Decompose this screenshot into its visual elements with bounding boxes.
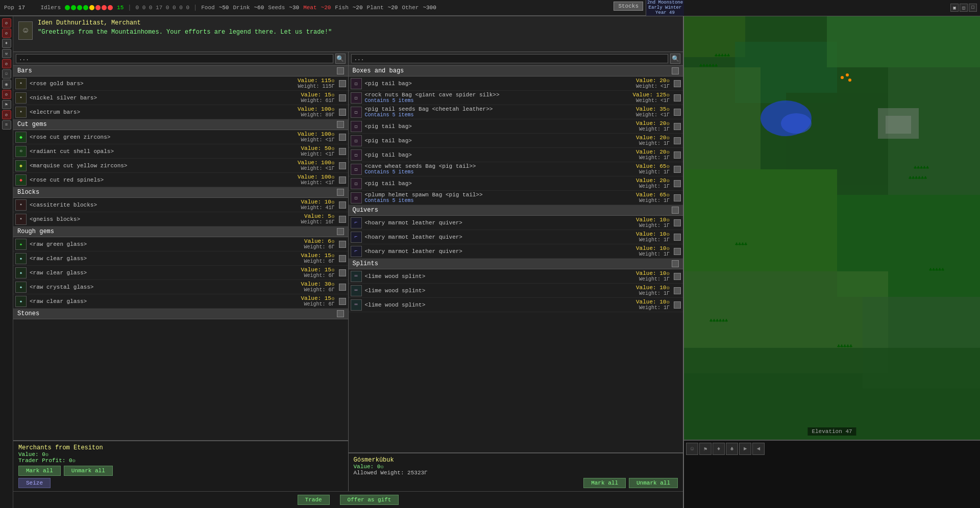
category-bars-checkbox[interactable]: [337, 67, 344, 74]
left-search-icon[interactable]: 🔍: [335, 54, 346, 64]
item-checkbox-5[interactable]: [339, 148, 346, 155]
svg-text:♣♣♣♣♣♣: ♣♣♣♣♣♣: [699, 63, 718, 68]
item-rcheckbox-s1[interactable]: [674, 273, 681, 280]
item-raw-clear-glass-3[interactable]: ✦ <raw clear glass> Value: 15☼ Weight: 6…: [13, 294, 348, 309]
item-rcheckbox-1[interactable]: [674, 80, 681, 87]
item-raw-clear-glass-1[interactable]: ✦ <raw clear glass> Value: 15☼ Weight: 6…: [13, 251, 348, 266]
map-viewport[interactable]: ♣♣♣♣♣ ♣♣♣♣♣♣ ♣♣♣♣♣ ♣♣♣♣♣♣ ♣♣♣♣ ♣♣♣♣♣ ♣♣♣…: [684, 16, 980, 440]
item-rcheckbox-s3[interactable]: [674, 301, 681, 309]
category-rough-gems-checkbox[interactable]: [337, 228, 344, 235]
item-raw-green-glass[interactable]: ✦ <raw green glass> Value: 6☼ Weight: 6Γ: [13, 237, 348, 251]
category-stones-checkbox[interactable]: [337, 310, 344, 317]
item-checkbox-4[interactable]: [339, 134, 346, 141]
map-bottom-icon-2[interactable]: ⚑: [699, 443, 712, 455]
item-yellow-zircons[interactable]: ◈ <marquise cut yellow zircons> Value: 1…: [13, 159, 348, 173]
side-icon-6[interactable]: ☺: [2, 69, 11, 79]
item-raw-crystal-glass[interactable]: ✦ <raw crystal glass> Value: 30☼ Weight:…: [13, 280, 348, 294]
side-icon-10[interactable]: ⊘: [2, 110, 11, 119]
item-pig-tail-bag-5[interactable]: ◻ <pig tail bag> Value: 20☼ Weight: 1Γ: [349, 176, 683, 191]
left-mark-all-button[interactable]: Mark all: [18, 466, 61, 476]
right-mark-all-button[interactable]: Mark all: [583, 478, 626, 488]
item-checkbox-13[interactable]: [339, 284, 346, 291]
map-bottom-icon-3[interactable]: ♦: [713, 443, 725, 455]
left-search-input[interactable]: [16, 54, 333, 63]
item-checkbox-9[interactable]: [339, 216, 346, 223]
side-icon-4[interactable]: ⚒: [2, 49, 11, 58]
item-checkbox-8[interactable]: [339, 201, 346, 209]
item-checkbox-1[interactable]: [339, 80, 346, 87]
left-unmark-all-button[interactable]: Unmark all: [64, 466, 113, 476]
item-checkbox-14[interactable]: [339, 298, 346, 305]
map-bottom-icon-5[interactable]: ►: [739, 443, 751, 455]
item-pig-tail-seeds-bag[interactable]: ◻ <pig tail seeds Bag <cheetah leather>>…: [349, 105, 683, 119]
item-green-zircons[interactable]: ◆ <rose cut green zircons> Value: 100☼ W…: [13, 130, 348, 144]
side-icon-1[interactable]: ⊘: [2, 18, 11, 28]
item-rcheckbox-6[interactable]: [674, 151, 681, 159]
item-red-spinels[interactable]: ◆ <rose cut red spinels> Value: 100☼ Wei…: [13, 173, 348, 187]
item-checkbox-2[interactable]: [339, 94, 346, 101]
side-icon-11[interactable]: ≡: [2, 120, 11, 130]
item-pig-tail-bag-2[interactable]: ◻ <pig tail bag> Value: 20☼ Weight: 1Γ: [349, 119, 683, 134]
item-checkbox-10[interactable]: [339, 241, 346, 248]
item-raw-clear-glass-2[interactable]: ✦ <raw clear glass> Value: 15☼ Weight: 6…: [13, 266, 348, 280]
item-pig-tail-bag-4[interactable]: ◻ <pig tail bag> Value: 20☼ Weight: 1Γ: [349, 148, 683, 162]
item-checkbox-3[interactable]: [339, 109, 346, 116]
map-bottom-icon-6[interactable]: ◄: [752, 443, 765, 455]
item-quiver-3[interactable]: ⌐ <hoary marmot leather quiver> Value: 1…: [349, 244, 683, 259]
item-rcheckbox-s2[interactable]: [674, 287, 681, 294]
item-shell-opals[interactable]: ○ <radiant cut shell opals> Value: 50☼ W…: [13, 144, 348, 159]
item-rock-nuts-bag[interactable]: ◻ <rock nuts Bag <giant cave spider silk…: [349, 91, 683, 105]
side-icon-9[interactable]: ⚑: [2, 100, 11, 109]
item-rcheckbox-q1[interactable]: [674, 219, 681, 226]
item-quiver-1[interactable]: ⌐ <hoary marmot leather quiver> Value: 1…: [349, 216, 683, 230]
category-splints-checkbox[interactable]: [672, 260, 679, 267]
offer-gift-button[interactable]: Offer as gift: [340, 495, 399, 505]
category-quivers-checkbox[interactable]: [672, 207, 679, 214]
item-rcheckbox-9[interactable]: [674, 194, 681, 201]
item-rcheckbox-q3[interactable]: [674, 248, 681, 255]
map-bottom-icon-1[interactable]: ☺: [686, 443, 698, 455]
item-rcheckbox-7[interactable]: [674, 166, 681, 173]
item-checkbox-7[interactable]: [339, 176, 346, 184]
item-checkbox-11[interactable]: [339, 255, 346, 262]
item-rcheckbox-8[interactable]: [674, 180, 681, 187]
right-unmark-all-button[interactable]: Unmark all: [629, 478, 678, 488]
category-cut-gems-checkbox[interactable]: [337, 121, 344, 128]
category-blocks-checkbox[interactable]: [337, 189, 344, 196]
item-checkbox-12[interactable]: [339, 269, 346, 276]
item-cave-wheat-bag[interactable]: ◻ <cave wheat seeds Bag <pig tail>> Cont…: [349, 162, 683, 176]
item-rcheckbox-3[interactable]: [674, 109, 681, 116]
right-item-list[interactable]: Boxes and bags ◻ <pig tail bag> Value: 2…: [349, 66, 683, 452]
item-pig-tail-bag-1[interactable]: ◻ <pig tail bag> Value: 20☼ Weight: <1Γ: [349, 77, 683, 91]
svg-point-17: [846, 73, 849, 77]
item-rose-gold-bars[interactable]: ▪ <rose gold bars> Value: 115☼ Weight: 1…: [13, 77, 348, 91]
item-cassiterite-blocks[interactable]: ▪ <cassiterite blocks> Value: 10☼ Weight…: [13, 198, 348, 212]
item-electrum-bars[interactable]: ▪ <electrum bars> Value: 100☼ Weight: 89…: [13, 105, 348, 119]
item-splint-1[interactable]: ═ <lime wood splint> Value: 10☼ Weight: …: [349, 269, 683, 284]
map-bottom-icon-4[interactable]: ♣: [726, 443, 738, 455]
side-icon-2[interactable]: ⊘: [2, 29, 11, 38]
right-search-icon[interactable]: 🔍: [670, 54, 680, 64]
right-search-input[interactable]: [351, 54, 669, 63]
side-icon-5[interactable]: ⊘: [2, 59, 11, 68]
left-item-list[interactable]: Bars ▪ <rose gold bars> Value: 115☼ Weig…: [13, 66, 348, 440]
item-splint-2[interactable]: ═ <lime wood splint> Value: 10☼ Weight: …: [349, 284, 683, 298]
trade-button[interactable]: Trade: [298, 495, 330, 505]
item-rcheckbox-4[interactable]: [674, 123, 681, 130]
side-icon-3[interactable]: ♦: [2, 39, 11, 48]
seize-button[interactable]: Seize: [18, 478, 51, 488]
side-icon-8[interactable]: ⊘: [2, 90, 11, 99]
stocks-button[interactable]: Stocks: [614, 2, 643, 11]
item-pig-tail-bag-3[interactable]: ◻ <pig tail bag> Value: 20☼ Weight: 1Γ: [349, 134, 683, 148]
item-rcheckbox-2[interactable]: [674, 94, 681, 101]
item-plump-helmet-bag[interactable]: ◻ <plump helmet spawn Bag <pig tail>> Co…: [349, 191, 683, 205]
item-quiver-2[interactable]: ⌐ <hoary marmot leather quiver> Value: 1…: [349, 230, 683, 244]
category-boxes-bags-checkbox[interactable]: [672, 67, 679, 74]
item-splint-3[interactable]: ═ <lime wood splint> Value: 10☼ Weight: …: [349, 298, 683, 312]
item-rcheckbox-q2[interactable]: [674, 234, 681, 241]
item-gneiss-blocks[interactable]: ▪ <gneiss blocks> Value: 5☼ Weight: 16Γ: [13, 212, 348, 226]
side-icon-7[interactable]: ◉: [2, 80, 11, 89]
item-rcheckbox-5[interactable]: [674, 137, 681, 144]
item-nickel-silver-bars[interactable]: ▪ <nickel silver bars> Value: 15☼ Weight…: [13, 91, 348, 105]
item-checkbox-6[interactable]: [339, 162, 346, 169]
